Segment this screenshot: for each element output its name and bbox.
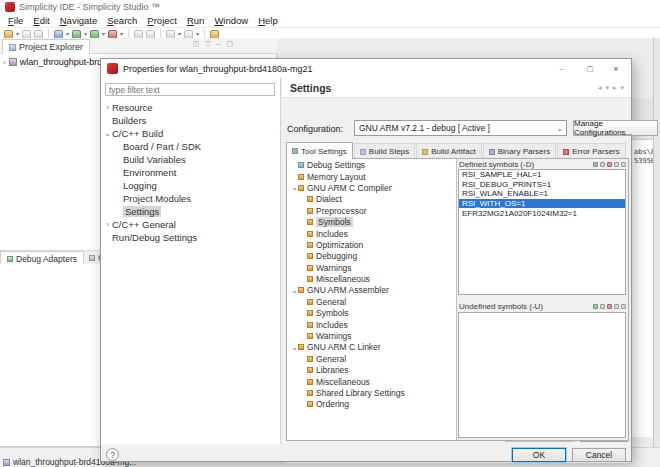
configuration-label: Configuration: bbox=[287, 124, 343, 134]
tool-asm-warnings[interactable]: Warnings bbox=[287, 330, 456, 341]
tab-debug-adapters[interactable]: Debug Adapters bbox=[0, 251, 84, 265]
symbol-item[interactable]: RSI_DEBUG_PRINTS=1 bbox=[459, 180, 625, 190]
manage-configurations-button[interactable]: Manage Configurations... bbox=[573, 120, 658, 136]
defined-symbols-list: RSI_SAMPLE_HAL=1 RSI_DEBUG_PRINTS=1 RSI_… bbox=[458, 169, 626, 295]
chevron-right-icon[interactable] bbox=[104, 103, 111, 112]
debug-adapters-label: Debug Adapters bbox=[16, 254, 77, 264]
tool-ordering[interactable]: Ordering bbox=[287, 398, 456, 409]
nav-item-builders[interactable]: Builders bbox=[101, 114, 281, 127]
compiler-icon bbox=[298, 185, 304, 191]
menu-navigate[interactable]: Navigate bbox=[55, 15, 103, 26]
menu-edit[interactable]: Edit bbox=[28, 15, 54, 26]
nav-item-build-variables[interactable]: Build Variables bbox=[101, 153, 281, 166]
tab-build-artifact[interactable]: Build Artifact bbox=[416, 143, 481, 159]
delete-symbol-icon[interactable] bbox=[607, 162, 612, 167]
tab-tool-settings[interactable]: Tool Settings bbox=[286, 142, 353, 159]
nav-item-environment[interactable]: Environment bbox=[101, 166, 281, 179]
delete-symbol-icon[interactable] bbox=[607, 304, 612, 309]
chevron-down-icon[interactable] bbox=[291, 183, 298, 192]
cancel-button[interactable]: Cancel bbox=[572, 448, 626, 462]
menu-help[interactable]: Help bbox=[253, 15, 283, 26]
tool-memory-layout[interactable]: Memory Layout bbox=[287, 170, 456, 181]
help-icon[interactable]: ? bbox=[106, 448, 119, 461]
tab-project-explorer[interactable]: Project Explorer bbox=[2, 39, 90, 54]
menu-project[interactable]: Project bbox=[142, 15, 182, 26]
shared-library-icon bbox=[307, 390, 313, 396]
ordering-icon bbox=[307, 401, 313, 407]
background-scrollbar-column[interactable] bbox=[653, 38, 660, 447]
move-up-icon[interactable] bbox=[614, 162, 619, 167]
move-down-icon[interactable] bbox=[621, 162, 626, 167]
tool-includes[interactable]: Includes bbox=[287, 227, 456, 238]
tool-debugging[interactable]: Debugging bbox=[287, 250, 456, 261]
symbols-icon bbox=[307, 219, 313, 225]
chevron-down-icon[interactable] bbox=[291, 286, 298, 295]
window-title: Simplicity IDE - Simplicity Studio ™ bbox=[19, 2, 160, 12]
menu-window[interactable]: Window bbox=[209, 15, 253, 26]
undefined-symbols-list bbox=[458, 312, 626, 438]
minimize-icon[interactable]: – bbox=[549, 59, 575, 78]
close-icon[interactable]: × bbox=[603, 59, 629, 78]
tool-libraries[interactable]: Libraries bbox=[287, 364, 456, 375]
symbol-item[interactable]: RSI_WLAN_ENABLE=1 bbox=[459, 189, 625, 199]
dialog-nav-panel: Resource Builders C/C++ Build Board / Pa… bbox=[101, 78, 281, 444]
tab-binary-parsers[interactable]: Binary Parsers bbox=[483, 143, 556, 159]
tool-symbols[interactable]: Symbols bbox=[287, 216, 456, 227]
tool-asm-includes[interactable]: Includes bbox=[287, 318, 456, 329]
symbol-item-selected[interactable]: RSI_WITH_OS=1 bbox=[459, 199, 625, 209]
nav-item-board-part-sdk[interactable]: Board / Part / SDK bbox=[101, 140, 281, 153]
filter-input[interactable] bbox=[105, 83, 275, 96]
add-symbol-icon[interactable] bbox=[593, 162, 598, 167]
memory-layout-icon bbox=[298, 174, 304, 180]
tool-linker-general[interactable]: General bbox=[287, 353, 456, 364]
nav-item-resource[interactable]: Resource bbox=[101, 101, 281, 114]
tab-error-parsers[interactable]: Error Parsers bbox=[557, 143, 626, 159]
chevron-right-icon[interactable] bbox=[3, 58, 6, 67]
project-folder-icon bbox=[9, 58, 17, 66]
maximize-icon[interactable]: □ bbox=[577, 59, 603, 78]
tool-gnu-arm-c-compiler[interactable]: GNU ARM C Compiler bbox=[287, 182, 456, 193]
nav-item-run-debug-settings[interactable]: Run/Debug Settings bbox=[101, 231, 281, 244]
tool-linker-miscellaneous[interactable]: Miscellaneous bbox=[287, 375, 456, 386]
menu-search[interactable]: Search bbox=[102, 15, 142, 26]
move-down-icon[interactable] bbox=[621, 304, 626, 309]
page-nav-icons[interactable]: ◂ ▾ ▸ ▾ bbox=[598, 84, 625, 92]
symbol-item[interactable]: EFR32MG21A020F1024IM32=1 bbox=[459, 208, 625, 218]
chevron-down-icon[interactable] bbox=[104, 129, 111, 138]
add-symbol-icon[interactable] bbox=[593, 304, 598, 309]
debugging-icon bbox=[307, 253, 313, 259]
tool-gnu-arm-assembler[interactable]: GNU ARM Assembler bbox=[287, 284, 456, 295]
menu-run[interactable]: Run bbox=[182, 15, 209, 26]
configuration-select[interactable]: GNU ARM v7.2.1 - debug [ Active ] ⌄ bbox=[354, 120, 567, 136]
tool-warnings[interactable]: Warnings bbox=[287, 262, 456, 273]
tab-build-steps[interactable]: Build Steps bbox=[354, 143, 415, 159]
tool-debug-settings[interactable]: Debug Settings bbox=[287, 159, 456, 170]
tool-asm-symbols[interactable]: Symbols bbox=[287, 307, 456, 318]
properties-dialog: Properties for wlan_throughput-brd4180a-… bbox=[100, 58, 632, 462]
nav-item-settings[interactable]: Settings bbox=[101, 205, 281, 218]
move-up-icon[interactable] bbox=[614, 304, 619, 309]
tool-miscellaneous[interactable]: Miscellaneous bbox=[287, 273, 456, 284]
symbols-icon bbox=[307, 310, 313, 316]
project-explorer-tab-label: Project Explorer bbox=[19, 42, 83, 52]
edit-symbol-icon[interactable] bbox=[600, 162, 605, 167]
tool-gnu-arm-c-linker[interactable]: GNU ARM C Linker bbox=[287, 341, 456, 352]
menu-file[interactable]: File bbox=[3, 15, 28, 26]
nav-item-project-modules[interactable]: Project Modules bbox=[101, 192, 281, 205]
symbol-item[interactable]: RSI_SAMPLE_HAL=1 bbox=[459, 170, 625, 180]
tool-shared-library-settings[interactable]: Shared Library Settings bbox=[287, 387, 456, 398]
tool-asm-general[interactable]: General bbox=[287, 296, 456, 307]
nav-item-cpp-general[interactable]: C/C++ General bbox=[101, 218, 281, 231]
nav-item-cpp-build[interactable]: C/C++ Build bbox=[101, 127, 281, 140]
chevron-down-icon[interactable] bbox=[291, 343, 298, 352]
chevron-down-icon: ⌄ bbox=[556, 124, 563, 133]
tool-optimization[interactable]: Optimization bbox=[287, 239, 456, 250]
ok-button[interactable]: OK bbox=[512, 448, 566, 462]
view-toolbar-icons[interactable]: ◫ ▽ – ▢ bbox=[193, 40, 235, 48]
tool-dialect[interactable]: Dialect bbox=[287, 193, 456, 204]
chevron-right-icon[interactable] bbox=[104, 220, 111, 229]
tool-preprocessor[interactable]: Preprocessor bbox=[287, 205, 456, 216]
nav-item-logging[interactable]: Logging bbox=[101, 179, 281, 192]
edit-symbol-icon[interactable] bbox=[600, 304, 605, 309]
debug-settings-icon bbox=[298, 162, 304, 168]
